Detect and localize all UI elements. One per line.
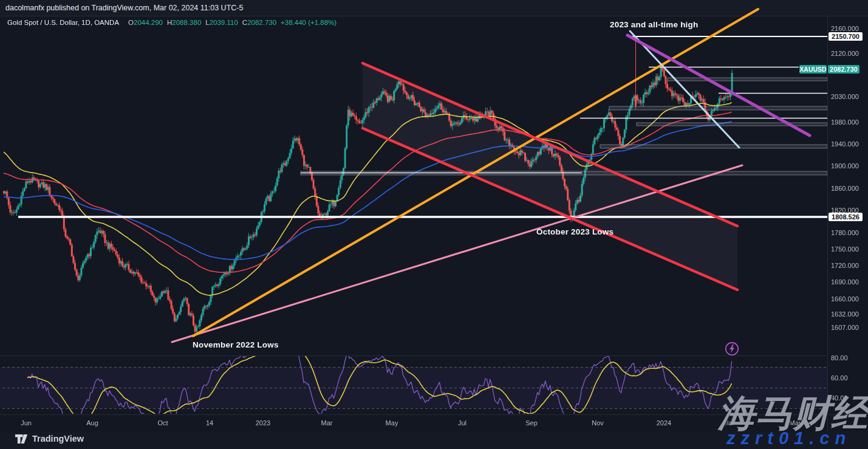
axis-tick-label: 2160.000 xyxy=(831,25,859,32)
price-label-support: 1808.526 xyxy=(829,213,863,221)
axis-tick-label: 60.00 xyxy=(831,374,848,382)
tradingview-published-chart: dacolmanfx published on TradingView.com,… xyxy=(0,0,868,449)
last-price-badge: 2082.730 xyxy=(828,65,859,74)
axis-tick-label: 80.00 xyxy=(831,354,848,362)
axis-tick-label: 1940.000 xyxy=(831,140,859,148)
annotation-october-lows[interactable]: October 2023 Lows xyxy=(536,227,613,236)
time-tick-label: 2023 xyxy=(245,419,281,427)
time-tick-label: 2024 xyxy=(646,419,682,427)
axis-tick-label: 1980.000 xyxy=(831,118,859,126)
tradingview-logo-icon xyxy=(15,434,28,444)
pane-divider[interactable] xyxy=(0,355,827,356)
high-value: 2088.380 xyxy=(172,19,201,26)
time-tick-label: Sep xyxy=(513,419,550,427)
time-axis[interactable]: JunAugOct142023MarMayJulSepNov2024MarMay xyxy=(0,414,827,431)
price-chart-canvas[interactable] xyxy=(0,0,868,449)
axis-tick-label: 1660.000 xyxy=(831,295,859,303)
lightning-icon xyxy=(724,341,740,357)
axis-divider-vertical xyxy=(827,16,828,431)
axis-tick-label: 1607.000 xyxy=(831,324,859,331)
axis-tick-label: 2030.000 xyxy=(831,93,859,100)
close-value: 2082.730 xyxy=(247,19,276,26)
change-value: +38.440 (+1.88%) xyxy=(281,19,337,26)
time-tick-label: Oct xyxy=(145,419,181,427)
axis-tick-label: 1632.000 xyxy=(831,310,859,318)
axis-tick-label: 1900.000 xyxy=(831,162,859,170)
annotation-november-lows[interactable]: November 2022 Lows xyxy=(193,340,279,349)
time-tick-label: Mar xyxy=(309,419,345,427)
close-label: C xyxy=(242,19,247,26)
tradingview-logo[interactable]: TradingView xyxy=(15,434,84,444)
price-label-ath: 2150.700 xyxy=(829,32,863,41)
axis-tick-label: 1690.000 xyxy=(831,278,859,286)
axis-tick-label: 2120.000 xyxy=(831,50,859,57)
symbol-title[interactable]: Gold Spot / U.S. Dollar, 1D, OANDA xyxy=(7,19,119,26)
axis-tick-label: 1750.000 xyxy=(831,245,859,253)
time-tick-label: Nov xyxy=(579,419,616,427)
time-tick-label: May xyxy=(374,419,410,427)
annotation-all-time-high[interactable]: 2023 and all-time high xyxy=(610,20,698,29)
axis-tick-label: 1860.000 xyxy=(831,185,859,192)
tradingview-logo-text: TradingView xyxy=(32,434,84,444)
boost-lightning-button[interactable] xyxy=(724,341,740,357)
symbol-badge: XAUUSD xyxy=(799,65,827,74)
time-tick-label: 14 xyxy=(191,419,228,427)
time-tick-label: Jul xyxy=(444,419,480,427)
symbol-legend[interactable]: Gold Spot / U.S. Dollar, 1D, OANDAO2044.… xyxy=(7,19,337,26)
axis-tick-label: 1720.000 xyxy=(831,262,859,269)
time-tick-label: Aug xyxy=(74,419,111,427)
axis-tick-label: 1780.000 xyxy=(831,229,859,236)
watermark-url: zzrt01.cn xyxy=(726,428,851,448)
open-value: 2044.290 xyxy=(134,19,163,26)
low-value: 2039.110 xyxy=(210,19,238,26)
open-label: O xyxy=(128,19,134,26)
time-tick-label: Jun xyxy=(8,419,44,427)
